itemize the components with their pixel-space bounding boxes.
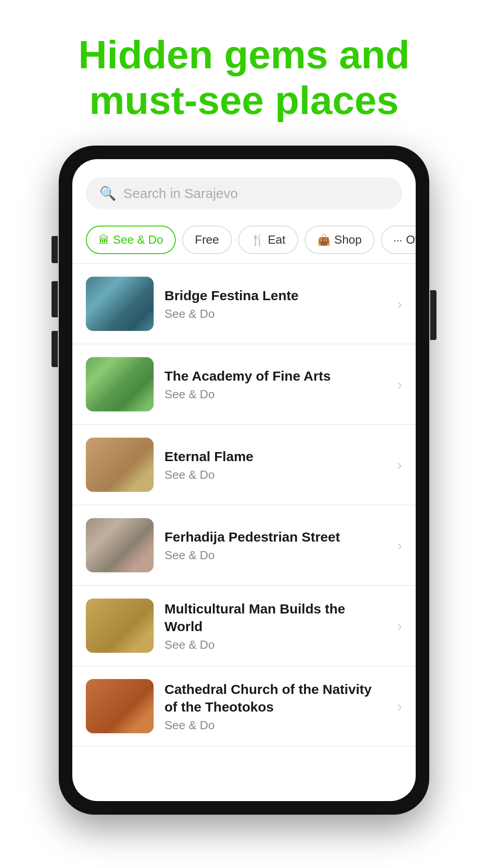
tab-free[interactable]: Free — [182, 226, 231, 254]
place-category: See & Do — [164, 307, 386, 321]
tab-other[interactable]: ··· Other — [381, 226, 416, 254]
place-name: Bridge Festina Lente — [164, 287, 386, 304]
tab-free-label: Free — [195, 233, 219, 247]
chevron-right-icon: › — [397, 698, 402, 715]
tab-see-do[interactable]: 🏛 See & Do — [86, 226, 176, 254]
place-info: Eternal Flame See & Do — [164, 448, 386, 482]
filter-tabs: 🏛 See & Do Free 🍴 Eat 👜 Shop ··· Other — [72, 218, 416, 263]
chevron-right-icon: › — [397, 457, 402, 473]
place-category: See & Do — [164, 468, 386, 482]
place-name: Multicultural Man Builds the World — [164, 600, 386, 635]
place-category: See & Do — [164, 548, 386, 562]
tab-other-label: Other — [406, 233, 416, 247]
vol-up-button — [52, 281, 58, 317]
power-button — [430, 290, 436, 340]
tab-shop-label: Shop — [334, 233, 362, 247]
place-info: Cathedral Church of the Nativity of the … — [164, 680, 386, 732]
phone-frame: 🔍 Search in Sarajevo 🏛 See & Do Free 🍴 E… — [59, 146, 429, 815]
search-placeholder-text: Search in Sarajevo — [123, 186, 238, 201]
place-name: Ferhadija Pedestrian Street — [164, 528, 386, 546]
chevron-right-icon: › — [397, 296, 402, 312]
search-section: 🔍 Search in Sarajevo — [72, 159, 416, 218]
place-thumbnail — [86, 518, 154, 572]
place-thumbnail — [86, 357, 154, 411]
search-icon: 🔍 — [99, 185, 116, 201]
tab-shop[interactable]: 👜 Shop — [305, 226, 375, 254]
place-name: Eternal Flame — [164, 448, 386, 465]
hero-title: Hidden gems and must-see places — [0, 0, 488, 146]
search-bar[interactable]: 🔍 Search in Sarajevo — [86, 177, 402, 209]
tab-other-icon: ··· — [394, 234, 403, 246]
tab-shop-icon: 👜 — [317, 234, 331, 246]
tab-eat-label: Eat — [268, 233, 286, 247]
chevron-right-icon: › — [397, 376, 402, 393]
place-info: The Academy of Fine Arts See & Do — [164, 367, 386, 401]
place-thumbnail — [86, 599, 154, 653]
phone-screen: 🔍 Search in Sarajevo 🏛 See & Do Free 🍴 E… — [72, 159, 416, 801]
list-item[interactable]: The Academy of Fine Arts See & Do › — [72, 344, 416, 425]
tab-eat[interactable]: 🍴 Eat — [238, 226, 298, 254]
list-item[interactable]: Eternal Flame See & Do › — [72, 425, 416, 505]
place-info: Bridge Festina Lente See & Do — [164, 287, 386, 321]
place-info: Multicultural Man Builds the World See &… — [164, 600, 386, 652]
place-thumbnail — [86, 438, 154, 492]
list-item[interactable]: Bridge Festina Lente See & Do › — [72, 264, 416, 344]
vol-down-button — [52, 331, 58, 367]
place-name: The Academy of Fine Arts — [164, 367, 386, 385]
chevron-right-icon: › — [397, 618, 402, 634]
list-item[interactable]: Cathedral Church of the Nativity of the … — [72, 666, 416, 747]
place-thumbnail — [86, 679, 154, 733]
place-category: See & Do — [164, 638, 386, 652]
place-category: See & Do — [164, 387, 386, 401]
list-item[interactable]: Ferhadija Pedestrian Street See & Do › — [72, 505, 416, 586]
tab-see-do-icon: 🏛 — [99, 234, 109, 246]
list-item[interactable]: Multicultural Man Builds the World See &… — [72, 586, 416, 666]
place-info: Ferhadija Pedestrian Street See & Do — [164, 528, 386, 562]
tab-eat-icon: 🍴 — [251, 234, 264, 246]
place-category: See & Do — [164, 718, 386, 732]
place-name: Cathedral Church of the Nativity of the … — [164, 680, 386, 716]
place-thumbnail — [86, 277, 154, 331]
place-list: Bridge Festina Lente See & Do › The Acad… — [72, 264, 416, 747]
chevron-right-icon: › — [397, 537, 402, 554]
tab-see-do-label: See & Do — [113, 233, 163, 247]
